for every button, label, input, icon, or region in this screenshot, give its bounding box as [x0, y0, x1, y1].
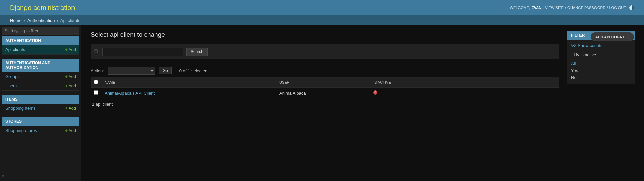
welcome-text: WELCOME,: [510, 6, 530, 10]
sidebar-model-link[interactable]: Groups: [5, 74, 20, 79]
sidebar-add-link[interactable]: + Add: [65, 106, 76, 111]
svg-line-1: [97, 52, 98, 53]
sidebar-add-link[interactable]: + Add: [65, 128, 76, 133]
sidebar-add-link[interactable]: + Add: [65, 74, 76, 79]
column-user[interactable]: USER: [276, 77, 370, 88]
sidebar-add-link[interactable]: + Add: [65, 47, 76, 52]
paginator: 1 api client: [91, 98, 559, 110]
app-caption[interactable]: STORES: [2, 117, 79, 126]
plus-icon: +: [627, 34, 629, 39]
sidebar-filter-input[interactable]: [2, 27, 79, 35]
change-password-link[interactable]: CHANGE PASSWORD: [567, 6, 605, 10]
svg-point-0: [95, 49, 98, 52]
table-row: AnimalAlpaca's API ClientAnimalAlpaca: [91, 88, 559, 99]
column-is-active[interactable]: IS ACTIVE: [370, 77, 559, 88]
sidebar: AUTHENTICATIONApi clients+ AddAUTHENTICA…: [0, 25, 81, 181]
app-caption[interactable]: AUTHENTICATION: [2, 36, 79, 45]
add-api-client-button[interactable]: ADD API CLIENT +: [591, 32, 634, 41]
sort-icon: ↓: [571, 53, 573, 57]
row-user: AnimalAlpaca: [276, 88, 370, 99]
search-icon: [94, 49, 99, 55]
filter-option[interactable]: No: [571, 74, 631, 81]
sidebar-model-link[interactable]: Shopping stores: [5, 128, 37, 133]
logout-link[interactable]: LOG OUT: [609, 6, 626, 10]
sidebar-model-link[interactable]: Api clients: [5, 47, 25, 52]
toggle-nav-icon[interactable]: «: [1, 173, 4, 178]
header: Django administration WELCOME, EVAN. VIE…: [0, 0, 644, 15]
actions-bar: Action: --------- Go 0 of 1 selected: [91, 64, 559, 77]
row-is-active: [370, 88, 559, 99]
eye-icon: [571, 43, 576, 48]
search-button[interactable]: Search: [186, 48, 208, 56]
sidebar-model-row: Shopping items+ Add: [2, 104, 79, 113]
plus-icon: +: [65, 84, 68, 88]
row-checkbox[interactable]: [94, 90, 98, 95]
filter-option[interactable]: All: [571, 60, 631, 67]
branding[interactable]: Django administration: [10, 4, 75, 12]
row-link[interactable]: AnimalAlpaca's API Client: [105, 90, 155, 96]
action-label: Action:: [91, 68, 104, 73]
sidebar-add-link[interactable]: + Add: [65, 84, 76, 88]
sidebar-model-row: Shopping stores+ Add: [2, 126, 79, 135]
filter-option[interactable]: Yes: [571, 67, 631, 74]
plus-icon: +: [65, 74, 68, 79]
search-input[interactable]: [102, 48, 183, 56]
page-title: Select api client to change: [91, 31, 559, 38]
inactive-icon: [373, 90, 377, 95]
app-caption[interactable]: AUTHENTICATION AND AUTHORIZATION: [2, 59, 79, 72]
breadcrumb-app[interactable]: Authentication: [27, 18, 55, 23]
column-name[interactable]: NAME: [101, 77, 276, 88]
sidebar-model-row: Api clients+ Add: [2, 45, 79, 55]
plus-icon: +: [65, 128, 68, 133]
content-main: Select api client to change ADD API CLIE…: [91, 31, 559, 175]
app-caption[interactable]: ITEMS: [2, 95, 79, 104]
view-site-link[interactable]: VIEW SITE: [545, 6, 564, 10]
sidebar-model-row: Users+ Add: [2, 81, 79, 91]
selection-count: 0 of 1 selected: [179, 68, 208, 73]
go-button[interactable]: Go: [159, 67, 172, 74]
sidebar-model-link[interactable]: Shopping items: [5, 106, 36, 111]
username: EVAN: [531, 6, 541, 10]
plus-icon: +: [65, 106, 68, 111]
content: Select api client to change ADD API CLIE…: [81, 25, 644, 181]
svg-point-2: [573, 45, 574, 46]
filter-by-label: ↓ By is active: [571, 52, 631, 57]
sidebar-model-link[interactable]: Users: [5, 83, 17, 88]
results-table: NAME USER IS ACTIVE AnimalAlpaca's API C…: [91, 77, 559, 98]
filter-sidebar: FILTER Show counts ↓ By is active AllYes…: [567, 31, 635, 175]
action-select[interactable]: ---------: [108, 67, 155, 75]
breadcrumbs: Home › Authentication › Api clients: [0, 15, 644, 25]
user-tools: WELCOME, EVAN. VIEW SITE / CHANGE PASSWO…: [510, 5, 634, 10]
sidebar-model-row: Groups+ Add: [2, 72, 79, 81]
breadcrumb-current: Api clients: [60, 18, 80, 23]
plus-icon: +: [65, 47, 68, 52]
theme-toggle-icon[interactable]: [629, 5, 634, 10]
search-bar: Search: [91, 44, 559, 59]
show-counts-link[interactable]: Show counts: [571, 43, 631, 48]
select-all-checkbox[interactable]: [94, 80, 98, 84]
breadcrumb-home[interactable]: Home: [10, 18, 22, 23]
